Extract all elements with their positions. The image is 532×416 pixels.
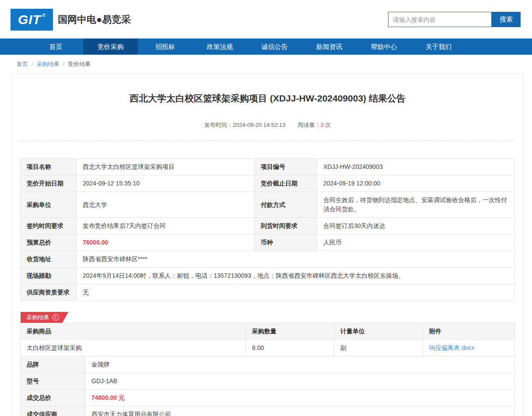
field-label: 预算总价 (21, 234, 77, 251)
table-row: 太白校区篮球架采购 8.00 副 响应偏离表.docx (21, 340, 515, 357)
result-badge-row: 采购结果 1 (21, 312, 515, 323)
nav-item-home[interactable]: 首页 (28, 38, 83, 55)
registered-mark-icon: ® (42, 13, 46, 18)
nav-item-tenders[interactable]: 招投标 (138, 38, 192, 55)
field-label: 币种 (255, 234, 317, 251)
table-header-row: 采购商品 采购数量 计量单位 附件 (21, 323, 515, 340)
table-row: 采购单位 西北大学 付款方式 合同生效后，待货物到达指定地点、安装调试验收合格后… (21, 192, 515, 218)
breadcrumb-separator: / (63, 61, 65, 67)
table-row: 成交总价 74800.00 元 (21, 390, 515, 406)
budget-total-value: 76000.00 (77, 234, 255, 251)
breadcrumb-current-page: 竞价结果 (68, 60, 91, 68)
field-value: 人民币 (317, 234, 515, 251)
breadcrumb: 首页 / 采购结果 / 竞价结果 (0, 55, 532, 73)
page-title: 西北大学太白校区篮球架采购项目 (XDJJ-HW-202409003) 结果公告 (20, 74, 515, 105)
field-value: 西安市天力体育用品有限公司 (85, 406, 515, 416)
nav-item-integrity-notices[interactable]: 诚信公告 (247, 38, 302, 55)
table-row: 现场踏勘 2024年9月14日14:00时，联系人：郝锐，电话：13572130… (21, 268, 515, 284)
table-row: 收货地址 陕西省西安市碑林区**** (21, 251, 515, 268)
field-value: GDJ-1AB (85, 373, 515, 390)
views-count: 3 (320, 122, 323, 128)
field-label: 型号 (21, 373, 85, 390)
nav-item-about-us[interactable]: 关于我们 (411, 38, 466, 55)
nav-item-policies[interactable]: 政策法规 (192, 38, 247, 55)
field-label: 签约时间要求 (21, 218, 77, 234)
column-header: 采购数量 (246, 323, 334, 340)
main-nav: 首页 竞价采购 招投标 政策法规 诚信公告 新闻资讯 帮助中心 关于我们 (0, 38, 532, 55)
field-value: 西北大学太白校区篮球架采购项目 (77, 159, 255, 175)
field-value: 合同生效后，待货物到达指定地点、安装调试验收合格后，一次性付清合同货款。 (317, 192, 515, 218)
column-header: 附件 (423, 323, 515, 340)
project-details-table: 项目名称 西北大学太白校区篮球架采购项目 项目编号 XDJJ-HW-202409… (20, 158, 515, 301)
column-header: 采购商品 (21, 323, 246, 340)
search-input[interactable] (388, 12, 492, 27)
field-value: 陕西省西安市碑林区**** (77, 251, 515, 268)
table-row: 型号 GDJ-1AB (21, 373, 515, 390)
publish-time-value: 2024-09-20 14:52:13 (233, 122, 286, 128)
field-label: 项目名称 (21, 159, 77, 175)
nav-item-help-center[interactable]: 帮助中心 (357, 38, 411, 55)
content-panel: 西北大学太白校区篮球架采购项目 (XDJJ-HW-202409003) 结果公告… (12, 73, 523, 416)
purchase-result-table: 采购商品 采购数量 计量单位 附件 太白校区篮球架采购 8.00 副 响应偏离表… (20, 323, 515, 357)
purchase-quantity: 8.00 (246, 340, 334, 357)
search-bar: 搜索 (388, 12, 521, 27)
field-value: 无 (77, 284, 515, 301)
views-unit: 次 (325, 122, 331, 128)
table-row: 签约时间要求 发布竞价结果后7天内签订合同 到货时间要求 合同签订后30天内送达 (21, 218, 515, 234)
field-label: 到货时间要求 (255, 218, 317, 234)
breadcrumb-home[interactable]: 首页 (17, 60, 28, 68)
measure-unit: 副 (334, 340, 423, 357)
badge-label: 采购结果 (27, 314, 49, 322)
table-row: 成交供应商 西安市天力体育用品有限公司 (21, 406, 515, 416)
git-logo: GIT® (10, 9, 53, 31)
purchase-result-detail-table: 品牌 金陵牌 型号 GDJ-1AB 成交总价 74800.00 元 成交供应商 … (20, 356, 515, 416)
article-meta: 发布时间：2024-09-20 14:52:13阅读量：3 次 (20, 121, 515, 129)
table-row: 供应商资质要求 无 (21, 284, 515, 301)
deal-total-price: 74800.00 元 (85, 390, 515, 406)
table-row: 预算总价 76000.00 币种 人民币 (21, 234, 515, 251)
field-label: 供应商资质要求 (21, 284, 77, 301)
logo-text: GIT (18, 12, 41, 27)
field-value: 金陵牌 (85, 357, 515, 373)
publish-time-label: 发布时间： (204, 122, 233, 128)
breadcrumb-separator: / (32, 61, 33, 67)
dashed-divider (20, 140, 515, 141)
purchase-result-badge: 采购结果 1 (21, 312, 69, 323)
field-label: 采购单位 (21, 192, 77, 218)
field-label: 成交供应商 (21, 406, 85, 416)
field-value: 发布竞价结果后7天内签订合同 (77, 218, 255, 234)
field-value: 合同签订后30天内送达 (317, 218, 515, 234)
breadcrumb-purchase-results[interactable]: 采购结果 (37, 60, 60, 68)
product-name: 太白校区篮球架采购 (21, 340, 246, 357)
nav-item-news[interactable]: 新闻资讯 (302, 38, 357, 55)
site-brand-title: 国网中电●易竞采 (58, 13, 131, 26)
field-value: XDJJ-HW-202409003 (317, 159, 515, 175)
field-label: 竞价开始日期 (21, 175, 77, 192)
field-label: 收货地址 (21, 251, 77, 268)
table-row: 项目名称 西北大学太白校区篮球架采购项目 项目编号 XDJJ-HW-202409… (21, 159, 515, 175)
field-value: 2024-09-12 15:35:10 (77, 175, 255, 192)
nav-item-bidding-purchase[interactable]: 竞价采购 (83, 38, 138, 55)
field-value: 2024-09-19 12:00:00 (317, 175, 515, 192)
field-label: 现场踏勘 (21, 268, 77, 284)
field-label: 项目编号 (255, 159, 317, 175)
table-row: 品牌 金陵牌 (21, 357, 515, 373)
views-label: 阅读量： (298, 122, 320, 128)
table-row: 竞价开始日期 2024-09-12 15:35:10 竞价截止日期 2024-0… (21, 175, 515, 192)
field-label: 竞价截止日期 (255, 175, 317, 192)
field-label: 成交总价 (21, 390, 85, 406)
field-value: 西北大学 (77, 192, 255, 218)
field-value: 2024年9月14日14:00时，联系人：郝锐，电话：13572130093，地… (77, 268, 515, 284)
badge-count: 1 (52, 314, 59, 321)
search-button[interactable]: 搜索 (492, 12, 521, 27)
attachment-link[interactable]: 响应偏离表.docx (429, 344, 474, 351)
field-label: 付款方式 (255, 192, 317, 218)
site-header: GIT® 国网中电●易竞采 搜索 (0, 0, 532, 38)
field-label: 品牌 (21, 357, 85, 373)
column-header: 计量单位 (334, 323, 423, 340)
